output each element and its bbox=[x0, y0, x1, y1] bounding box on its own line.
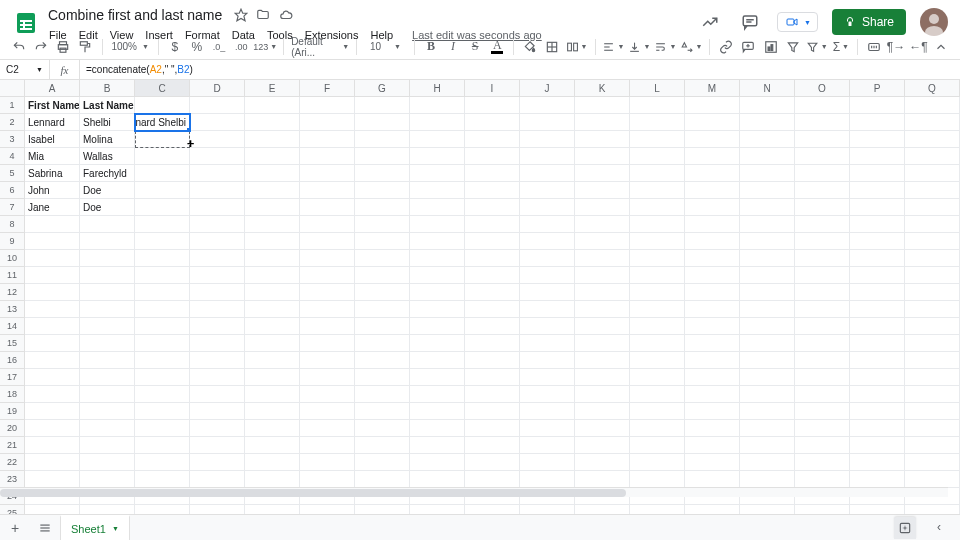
cell[interactable] bbox=[630, 131, 685, 148]
cell[interactable] bbox=[795, 267, 850, 284]
comments-icon[interactable] bbox=[737, 9, 763, 35]
cell[interactable] bbox=[630, 182, 685, 199]
cell[interactable] bbox=[300, 386, 355, 403]
cell[interactable] bbox=[25, 386, 80, 403]
cell[interactable] bbox=[850, 148, 905, 165]
cell[interactable] bbox=[795, 284, 850, 301]
cell[interactable] bbox=[465, 182, 520, 199]
cell[interactable] bbox=[80, 454, 135, 471]
cell[interactable] bbox=[190, 148, 245, 165]
cell[interactable] bbox=[80, 250, 135, 267]
cell[interactable] bbox=[355, 131, 410, 148]
cell[interactable] bbox=[25, 318, 80, 335]
column-header[interactable]: Q bbox=[905, 80, 960, 97]
cell[interactable] bbox=[80, 386, 135, 403]
ime-icon[interactable] bbox=[865, 37, 883, 57]
row-header[interactable]: 20 bbox=[0, 420, 25, 437]
cell[interactable] bbox=[630, 233, 685, 250]
column-header[interactable]: D bbox=[190, 80, 245, 97]
cell[interactable] bbox=[685, 454, 740, 471]
cell[interactable] bbox=[630, 454, 685, 471]
cell[interactable] bbox=[300, 97, 355, 114]
cell[interactable] bbox=[465, 250, 520, 267]
cell[interactable] bbox=[410, 284, 465, 301]
cell[interactable] bbox=[630, 216, 685, 233]
cell[interactable] bbox=[740, 352, 795, 369]
cell[interactable] bbox=[245, 505, 300, 514]
cell[interactable] bbox=[135, 505, 190, 514]
side-panel-left-icon[interactable]: ‹ bbox=[928, 517, 950, 537]
cell[interactable] bbox=[850, 318, 905, 335]
cell[interactable] bbox=[300, 182, 355, 199]
cell[interactable] bbox=[410, 301, 465, 318]
font-select[interactable]: Default (Ari...▼ bbox=[291, 36, 349, 58]
cell[interactable] bbox=[795, 352, 850, 369]
cell[interactable] bbox=[740, 318, 795, 335]
cell[interactable] bbox=[355, 454, 410, 471]
cell[interactable] bbox=[795, 148, 850, 165]
cell[interactable] bbox=[905, 403, 960, 420]
cell[interactable] bbox=[135, 437, 190, 454]
cell[interactable] bbox=[300, 318, 355, 335]
all-sheets-button[interactable] bbox=[30, 515, 60, 540]
cell[interactable] bbox=[300, 199, 355, 216]
cloud-status-icon[interactable] bbox=[278, 8, 294, 22]
cell[interactable] bbox=[630, 199, 685, 216]
cell[interactable] bbox=[795, 386, 850, 403]
cell[interactable] bbox=[245, 352, 300, 369]
decimal-decrease-icon[interactable]: .0_ bbox=[210, 37, 228, 57]
cell[interactable] bbox=[300, 369, 355, 386]
cell[interactable] bbox=[135, 403, 190, 420]
select-all-corner[interactable] bbox=[0, 80, 25, 97]
formula-input[interactable]: =concatenate(A2," ",B2) bbox=[80, 64, 960, 75]
row-header[interactable]: 21 bbox=[0, 437, 25, 454]
cell[interactable] bbox=[465, 148, 520, 165]
cell[interactable] bbox=[905, 335, 960, 352]
cell[interactable] bbox=[135, 284, 190, 301]
cell[interactable] bbox=[410, 250, 465, 267]
undo-icon[interactable] bbox=[10, 37, 28, 57]
cell[interactable] bbox=[465, 131, 520, 148]
cell[interactable] bbox=[740, 114, 795, 131]
cell[interactable] bbox=[575, 182, 630, 199]
cell[interactable] bbox=[245, 148, 300, 165]
cell[interactable] bbox=[190, 403, 245, 420]
column-header[interactable]: A bbox=[25, 80, 80, 97]
collapse-toolbar-icon[interactable] bbox=[932, 37, 950, 57]
cell[interactable] bbox=[245, 437, 300, 454]
row-header[interactable]: 9 bbox=[0, 233, 25, 250]
meet-button[interactable]: ▼ bbox=[777, 12, 818, 32]
cell[interactable] bbox=[80, 301, 135, 318]
cell[interactable] bbox=[905, 284, 960, 301]
cell[interactable] bbox=[465, 335, 520, 352]
cell[interactable] bbox=[190, 386, 245, 403]
cell[interactable] bbox=[355, 437, 410, 454]
cell[interactable] bbox=[355, 250, 410, 267]
cell[interactable] bbox=[850, 301, 905, 318]
cell[interactable] bbox=[25, 505, 80, 514]
cell[interactable] bbox=[355, 114, 410, 131]
cell[interactable] bbox=[25, 335, 80, 352]
cell[interactable] bbox=[850, 216, 905, 233]
cell[interactable] bbox=[465, 165, 520, 182]
horizontal-scrollbar[interactable] bbox=[0, 487, 948, 497]
cell[interactable] bbox=[410, 369, 465, 386]
cell[interactable] bbox=[795, 216, 850, 233]
cell[interactable] bbox=[520, 335, 575, 352]
cell[interactable] bbox=[80, 471, 135, 488]
cell[interactable] bbox=[245, 267, 300, 284]
cell[interactable] bbox=[795, 301, 850, 318]
insert-comment-icon[interactable] bbox=[739, 37, 757, 57]
cell[interactable] bbox=[190, 233, 245, 250]
row-header[interactable]: 2 bbox=[0, 114, 25, 131]
cell[interactable] bbox=[850, 352, 905, 369]
cell[interactable] bbox=[850, 114, 905, 131]
cell[interactable] bbox=[465, 403, 520, 420]
cell[interactable]: Molina bbox=[80, 131, 135, 148]
cell[interactable] bbox=[410, 199, 465, 216]
cell[interactable] bbox=[520, 386, 575, 403]
cell[interactable] bbox=[850, 131, 905, 148]
cell[interactable] bbox=[905, 199, 960, 216]
redo-icon[interactable] bbox=[32, 37, 50, 57]
cell[interactable] bbox=[410, 114, 465, 131]
